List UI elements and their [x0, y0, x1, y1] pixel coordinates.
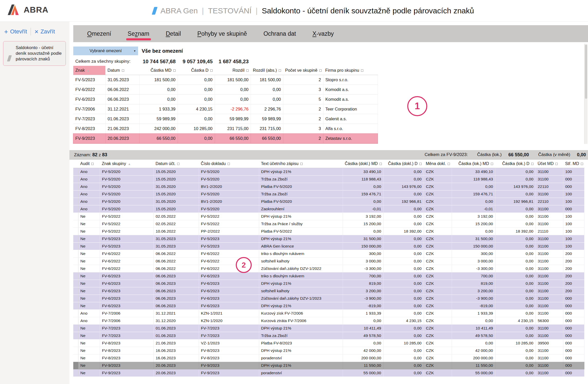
restriction-dropdown[interactable]: Vybrané omezení ▾ [73, 47, 138, 55]
group-cell: 0,00 [139, 85, 178, 95]
journal-table: AuditZnak skupiny▲Datum účt.Číslo doklad… [73, 160, 584, 377]
tab-seznam[interactable]: Seznam [119, 25, 157, 42]
upper-scrollbar-thumb[interactable] [585, 45, 587, 99]
tab-ochrana-dat[interactable]: Ochrana dat [255, 25, 304, 42]
tab-detail[interactable]: Detail [158, 25, 189, 42]
journal-row[interactable]: NeFV-5/202202.05.2022FV-5/2022DPH výstup… [73, 213, 584, 220]
row-marker [73, 295, 78, 302]
journal-row[interactable]: AnoFV-7/200631.12.2020KZN-1/2020Kurzová … [73, 317, 584, 325]
journal-row[interactable]: NeFV-7/202301.06.2023FV-7/2023DPH výstup… [73, 325, 584, 332]
journal-cell: 33 490,10 [452, 168, 495, 176]
column-header-stka-dokl-d[interactable]: Částka (dokl.) D [383, 160, 424, 168]
column-header-stka-lok-d[interactable]: Částka (lok.) D [495, 160, 536, 168]
column-header-datum[interactable]: Datum [105, 66, 139, 75]
column-header-znak-skupiny[interactable]: Znak skupiny▲ [100, 160, 153, 168]
journal-row[interactable]: AnoFV-5/202031.05.2020BV1-2/2020Platba F… [73, 183, 584, 190]
journal-cell: 3 192,00 [452, 213, 495, 220]
journal-cell: 159 476,71 [452, 190, 495, 198]
journal-cell: 49 578,50 [343, 332, 383, 340]
record-counter: Záznam: 82 z 83 [74, 152, 107, 158]
column-header-slo-dokladu[interactable]: Číslo dokladu [199, 160, 259, 168]
journal-cell: 10 411,49 [452, 325, 495, 332]
journal-cell: 31100 [536, 295, 563, 302]
record-label: Záznam: [74, 152, 91, 157]
sort-placeholder-icon [122, 69, 124, 72]
column-header-text-etn-ho-z-pisu[interactable]: Text účetního zápisu [259, 160, 343, 168]
column-header-m-na-dokl[interactable]: Měna dokl. [424, 160, 452, 168]
tab-omezen[interactable]: Omezení [79, 25, 119, 42]
journal-cell: Platba FV-5/2020 [259, 183, 343, 190]
journal-cell: 01.06.2023 [153, 325, 199, 332]
journal-cell: 143 976,00 [495, 183, 536, 190]
journal-row[interactable]: NeFV-5/202331.05.2023FV-5/2023ABRA Gen l… [73, 243, 584, 250]
tab-pohyby-ve-skupin[interactable]: Pohyby ve skupině [189, 25, 255, 42]
column-header-stka-dokl-md[interactable]: Částka (dokl.) MD [343, 160, 383, 168]
journal-cell: FV-5/2022 [100, 213, 153, 220]
group-row[interactable]: FV-8/202321.06.2023242 000,0010 285,0023… [73, 124, 378, 134]
journal-cell: 20.06.2023 [153, 362, 199, 369]
journal-row[interactable]: AnoFV-5/202015.05.2020FV-5/2020Tržba za … [73, 176, 584, 183]
journal-row[interactable]: AnoFV-5/202015.05.2020FV-5/2020DPH výstu… [73, 168, 584, 176]
journal-row[interactable]: AnoFV-5/202015.05.2020FV-5/2020Zaokrouhl… [73, 205, 584, 213]
journal-row[interactable]: NeFV-8/202321.06.2023VZ-1/2023Platba FV-… [73, 340, 584, 347]
row-marker [73, 220, 78, 228]
journal-row[interactable]: NeFV-8/202316.06.2023FV-8/2023poradenstv… [73, 354, 584, 362]
journal-cell: Ne [78, 243, 100, 250]
status-bar: Záznam: 82 z 83 Celkem za FV-9/2023: Čás… [69, 150, 588, 160]
row-marker [73, 317, 78, 325]
journal-cell: DPH výstup 21% [259, 280, 343, 287]
journal-row[interactable]: NeFV-8/202316.06.2023FV-8/2023DPH výstup… [73, 347, 584, 354]
column-header-znak[interactable]: Znak▲ [73, 66, 105, 75]
row-marker [73, 213, 78, 220]
group-row[interactable]: FV-6/202206.06.20220,000,000,000,003Komo… [73, 85, 378, 95]
journal-cell: 31100 [536, 325, 563, 332]
journal-row[interactable]: NeFV-6/202206.06.2022FV-6/2022triko s dl… [73, 250, 584, 258]
journal-row[interactable]: NeFV-5/202331.05.2023FV-5/2023DPH výstup… [73, 235, 584, 243]
journal-row[interactable]: NeFV-6/202306.06.2023FV-6/2023DPH výstup… [73, 302, 584, 310]
tab-x-vazby[interactable]: X-vazby [304, 25, 342, 42]
column-header-rozd-l-abs[interactable]: Rozdíl (abs.) [251, 66, 283, 75]
group-cell: 10 285,00 [178, 124, 215, 134]
journal-row[interactable]: NeFV-9/202320.06.2023FV-9/2023DPH výstup… [73, 362, 584, 369]
journal-row[interactable]: NeFV-5/202210.06.2022PP-2/2022Platba FV-… [73, 228, 584, 235]
journal-row[interactable]: NeFV-6/202206.06.2022FV-6/2022Zúčtování … [73, 265, 584, 272]
group-row[interactable]: FV-9/202320.06.202366 550,000,0066 550,0… [73, 134, 378, 143]
journal-row[interactable]: NeFV-6/202206.06.2022FV-6/2022softshell … [73, 258, 584, 265]
column-header-audit[interactable]: Audit [78, 160, 100, 168]
open-button[interactable]: + Otevřít [4, 28, 27, 35]
group-cell: 0,00 [215, 85, 251, 95]
group-row[interactable]: FV-7/200631.12.20211 933,394 230,15-2 29… [73, 104, 378, 114]
upper-scrollbar[interactable] [584, 44, 587, 144]
journal-cell: CZK [424, 243, 452, 250]
column-header-st-md[interactable]: Stř. MD [563, 160, 584, 168]
journal-cell: CZK [424, 332, 452, 340]
sidebar-item-saldokonto[interactable]: Saldokonto - účetní deník souvztažně pod… [3, 41, 66, 66]
journal-cell: 0,00 [495, 176, 536, 183]
journal-row[interactable]: NeFV-6/202306.06.2023FV-6/2023DPH výstup… [73, 280, 584, 287]
journal-cell: CZK [424, 228, 452, 235]
group-row[interactable]: FV-5/202331.05.2023181 500,000,00181 500… [73, 75, 378, 85]
journal-row[interactable]: AnoFV-5/202015.05.2020FV-5/2020Tržba za … [73, 190, 584, 198]
column-header-stka-d[interactable]: Částka D [178, 66, 215, 75]
journal-cell: Ne [78, 295, 100, 302]
column-header-et-md[interactable]: Účet MD [536, 160, 563, 168]
group-cell: 2 296,76 [251, 104, 283, 114]
column-header-firma-pro-skupinu[interactable]: Firma pro skupinu [323, 66, 378, 75]
journal-row[interactable]: NeFV-9/202320.06.2023FV-9/2023poradenstv… [73, 369, 584, 377]
journal-row[interactable]: NeFV-5/202202.05.2022FV-5/2022Tržba za P… [73, 220, 584, 228]
column-header-stka-md[interactable]: Částka MD [139, 66, 178, 75]
journal-row[interactable]: AnoFV-7/200631.12.2021KZN-1/2021Kurzový … [73, 310, 584, 317]
column-header-rozd-l[interactable]: Rozdíl [215, 66, 251, 75]
journal-row[interactable]: NeFV-7/202301.06.2023FV-7/2023Tržba za Z… [73, 332, 584, 340]
journal-row[interactable]: NeFV-6/202306.06.2023FV-6/2023softshell … [73, 287, 584, 295]
journal-cell: 0,00 [383, 220, 424, 228]
group-row[interactable]: FV-6/202306.06.20230,000,000,000,005Komo… [73, 95, 378, 104]
column-header-datum-t[interactable]: Datum účt. [153, 160, 199, 168]
journal-row[interactable]: NeFV-6/202306.06.2023FV-6/2023Zúčtování … [73, 295, 584, 302]
column-header-po-et-ve-skupin[interactable]: Počet ve skupině [283, 66, 323, 75]
journal-row[interactable]: AnoFV-5/202031.05.2020BV1-2/2020Platba F… [73, 198, 584, 205]
close-button[interactable]: × Zavřít [34, 28, 55, 35]
column-header-stka-lok-md[interactable]: Částka (lok.) MD [452, 160, 495, 168]
journal-row[interactable]: NeFV-6/202306.06.2023FV-6/2023triko s dl… [73, 272, 584, 280]
group-row[interactable]: FV-7/202301.06.202359 989,990,0059 989,9… [73, 114, 378, 124]
